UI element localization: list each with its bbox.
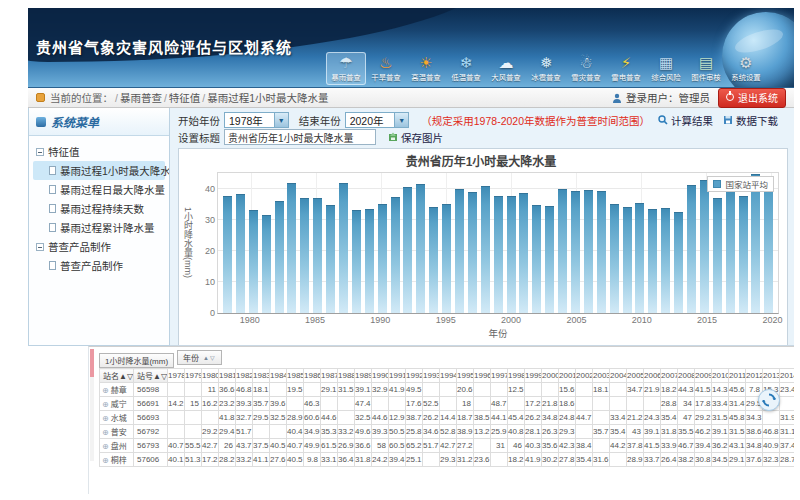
value-cell <box>389 397 406 411</box>
nav-hail-survey[interactable]: ❅冰雹普查 <box>526 52 566 85</box>
bar-2006 <box>584 190 593 314</box>
value-cell: 15 <box>185 397 202 411</box>
refresh-button[interactable] <box>758 389 780 411</box>
value-cell: 44.6 <box>321 411 338 425</box>
logout-button[interactable]: 退出系统 <box>718 88 786 108</box>
expand-icon[interactable]: ⊕ <box>102 456 109 465</box>
row-field-chip-站号[interactable]: 站号▲▽ <box>134 369 168 383</box>
nav-low-temp-survey[interactable]: ❄低温普查 <box>446 52 486 85</box>
x-axis-ticks: 198019851990199520002005201020152020 <box>217 314 779 326</box>
bar-1985 <box>313 198 322 313</box>
breadcrumb-link[interactable]: 暴雨普查 <box>120 92 162 104</box>
calculate-button[interactable]: 计算结果 <box>658 113 713 128</box>
breadcrumb-link[interactable]: 特征值 <box>169 92 201 104</box>
expand-icon[interactable]: ⊕ <box>102 400 109 409</box>
value-cell: 23.6 <box>474 453 491 467</box>
y-tick-label: 30 <box>205 215 215 225</box>
tree-group-特征值[interactable]: 特征值 <box>33 142 165 161</box>
value-cell: 41.9 <box>389 383 406 397</box>
y-tick-label: 40 <box>205 184 215 194</box>
value-cell <box>270 383 287 397</box>
year-column-header: 1996 <box>474 369 491 383</box>
nav-rainstorm-survey[interactable]: ☂暴雨普查 <box>326 52 366 85</box>
end-year-select[interactable]: 2020年 ▼ <box>345 112 410 128</box>
set-title-label: 设置标题 <box>178 130 220 145</box>
nav-drought-survey[interactable]: ♨干旱普查 <box>366 52 406 85</box>
bar-slot-2001 <box>517 173 530 313</box>
x-tick-label: 1985 <box>305 315 325 325</box>
value-cell: 28.9 <box>627 453 644 467</box>
expand-icon[interactable]: ⊕ <box>102 414 109 423</box>
value-cell: 39.3 <box>372 425 389 439</box>
title-toolbar: 设置标题 保存图片 <box>178 129 788 145</box>
chart-title-input[interactable] <box>224 129 376 145</box>
breadcrumb-link[interactable]: 暴雨过程1小时最大降水量 <box>207 92 328 104</box>
station-id-cell: 57606 <box>134 453 168 467</box>
nav-snow-survey[interactable]: ☃雪灾普查 <box>566 52 606 85</box>
bar-2001 <box>519 193 528 313</box>
x-tick-label: 2000 <box>501 315 521 325</box>
bar-slot-1983 <box>285 173 298 313</box>
save-image-button[interactable]: 保存图片 <box>388 130 443 145</box>
collapse-icon[interactable] <box>36 148 44 156</box>
value-cell: 31.5 <box>712 411 729 425</box>
document-icon <box>49 166 56 175</box>
sort-arrows-icon[interactable]: ▲▽ <box>119 372 133 381</box>
x-axis-label: 年份 <box>217 326 779 338</box>
expand-icon[interactable]: ⊕ <box>102 442 109 451</box>
bar-slot-1997 <box>466 173 479 313</box>
bar-slot-1989 <box>363 173 376 313</box>
tree-item[interactable]: 普查产品制作 <box>33 256 165 275</box>
value-cell <box>610 397 627 411</box>
nav-system-settings[interactable]: ⚙系统设置 <box>726 52 766 85</box>
value-cell <box>338 397 355 411</box>
nav-map-review[interactable]: ▤图件审核 <box>686 52 726 85</box>
nav-comprehensive-risk[interactable]: ▦综合风险 <box>646 52 686 85</box>
bar-slot-1994 <box>427 173 440 313</box>
row-field-chip-站名[interactable]: 站名▲▽ <box>100 369 134 383</box>
tree-item[interactable]: 暴雨过程累计降水量 <box>33 218 165 237</box>
year-field-chip[interactable]: 年份▲▽ <box>177 350 222 365</box>
value-cell: 31.8 <box>661 425 678 439</box>
y-tick-label: 20 <box>205 246 215 256</box>
expand-icon[interactable]: ⊕ <box>102 386 109 395</box>
chevron-down-icon[interactable]: ▼ <box>274 113 288 127</box>
document-icon <box>49 261 56 270</box>
station-name-cell: ⊕普安 <box>100 425 134 439</box>
bar-slot-1996 <box>453 173 466 313</box>
expand-icon[interactable]: ⊕ <box>102 428 109 437</box>
nav-gale-survey[interactable]: ☁大风普查 <box>486 52 526 85</box>
value-cell: 34.8 <box>746 439 763 453</box>
bar-2005 <box>571 191 580 313</box>
plot-area: 国家站平均 010203040 <box>217 172 779 314</box>
value-cell: 32.5 <box>355 411 372 425</box>
tree-item[interactable]: 暴雨过程日最大降水量 <box>33 180 165 199</box>
sort-arrows-icon[interactable]: ▲▽ <box>153 372 167 381</box>
collapse-icon[interactable] <box>36 243 44 251</box>
year-column-header: 1995 <box>457 369 474 383</box>
value-cell: 44.7 <box>576 411 593 425</box>
value-cell: 13.2 <box>474 425 491 439</box>
station-row: ⊕威宁5669114.21516.223.239.335.739.646.347… <box>100 397 795 411</box>
nav-lightning-survey[interactable]: ⚡雷电普查 <box>606 52 646 85</box>
tree-item[interactable]: 暴雨过程1小时最大降水量 <box>33 161 165 180</box>
nav-high-temp-survey[interactable]: ☀高温普查 <box>406 52 446 85</box>
value-cell: 29.1 <box>321 383 338 397</box>
sort-arrows-icon[interactable]: ▲▽ <box>203 354 216 361</box>
start-year-select[interactable]: 1978年 ▼ <box>224 112 289 128</box>
value-cell <box>270 425 287 439</box>
value-cell: 31.6 <box>593 453 610 467</box>
value-cell: 61.5 <box>321 439 338 453</box>
bar-slot-1980 <box>247 173 260 313</box>
value-cell <box>576 425 593 439</box>
value-cell: 12.5 <box>508 383 525 397</box>
scrollbar-thumb[interactable] <box>90 349 94 377</box>
measure-chip[interactable]: 1小时降水量(mm) <box>99 353 174 368</box>
tree-item[interactable]: 暴雨过程持续天数 <box>33 199 165 218</box>
table-scrollbar[interactable] <box>90 349 94 461</box>
tree-group-普查产品制作[interactable]: 普查产品制作 <box>33 237 165 256</box>
chart-panel: 贵州省历年1小时最大降水量 1小时降水量(mm) 国家站平均 010203040… <box>178 148 788 346</box>
chevron-down-icon[interactable]: ▼ <box>394 113 408 127</box>
range-notice: （规定采用1978-2020年数据作为普查时间范围） <box>421 113 650 128</box>
data-download-button[interactable]: 数据下载 <box>723 113 778 128</box>
